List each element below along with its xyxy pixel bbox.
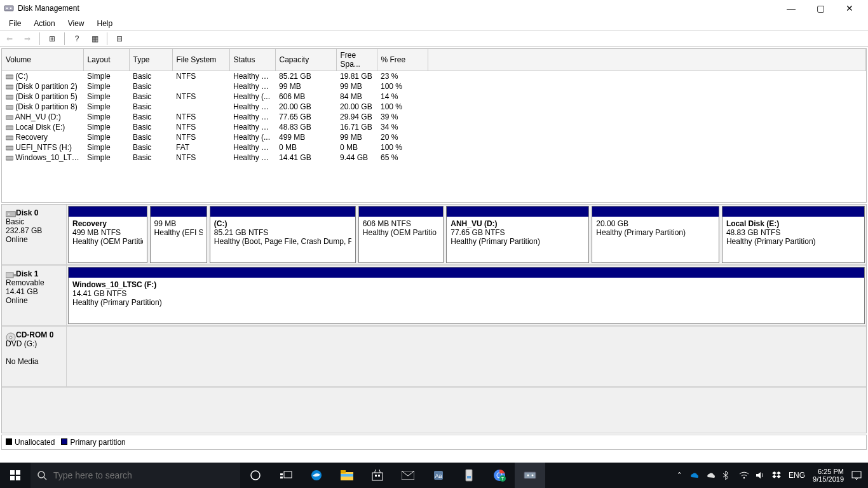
svg-rect-32 <box>372 473 383 480</box>
volume-cell: ANH_VU (D:) <box>2 112 83 122</box>
volume-cell: Healthy (P... <box>229 122 275 132</box>
volume-row[interactable]: Local Disk (E:)SimpleBasicNTFSHealthy (P… <box>2 122 866 132</box>
maximize-button[interactable]: ▢ <box>806 0 835 17</box>
forward-button[interactable]: ⇒ <box>20 32 34 46</box>
partition-box[interactable]: 99 MBHealthy (EFI Sy <box>150 206 207 263</box>
volume-cell: 19.81 GB <box>336 71 377 82</box>
svg-rect-49 <box>852 471 861 478</box>
volume-list[interactable]: VolumeLayoutTypeFile SystemStatusCapacit… <box>1 48 867 203</box>
svg-rect-12 <box>6 212 16 217</box>
volume-cell: Simple <box>83 152 129 163</box>
volume-cell <box>428 71 866 82</box>
volume-cell <box>428 92 866 102</box>
volume-row[interactable]: (Disk 0 partition 2)SimpleBasicHealthy (… <box>2 81 866 92</box>
taskbar-search[interactable] <box>31 463 240 488</box>
menu-view[interactable]: View <box>62 18 91 29</box>
tray-dropbox-icon[interactable] <box>772 471 785 479</box>
partition-box[interactable]: 20.00 GBHealthy (Primary Partition) <box>592 206 719 263</box>
disk-graphical-view[interactable]: Disk 0Basic232.87 GBOnlineRecovery499 MB… <box>1 204 867 433</box>
taskbar-chrome-icon[interactable]: T <box>484 463 515 488</box>
disk-header[interactable]: Disk 0Basic232.87 GBOnline <box>2 205 67 264</box>
taskbar-explorer-icon[interactable] <box>332 463 362 488</box>
partition-box[interactable]: ANH_VU (D:)77.65 GB NTFSHealthy (Primary… <box>446 206 589 263</box>
volume-row[interactable]: (Disk 0 partition 5)SimpleBasicNTFSHealt… <box>2 92 866 102</box>
partition-bar <box>69 268 864 278</box>
disk-header[interactable]: Disk 1Removable14.41 GBOnline <box>2 266 67 325</box>
volume-cell: Healthy (E... <box>229 81 275 92</box>
svg-point-17 <box>10 336 12 339</box>
tray-notifications-icon[interactable] <box>851 471 864 480</box>
close-button[interactable]: ✕ <box>835 0 864 17</box>
toolbar-separator <box>107 32 107 45</box>
toolbar-separator <box>64 32 65 45</box>
partition-bar <box>69 207 147 217</box>
tray-language[interactable]: ENG <box>789 471 805 480</box>
cortana-icon[interactable] <box>240 463 271 488</box>
column-header[interactable]: Status <box>229 49 275 71</box>
volume-row[interactable]: ANH_VU (D:)SimpleBasicNTFSHealthy (P...7… <box>2 112 866 122</box>
svg-rect-5 <box>6 95 13 99</box>
column-header[interactable]: File System <box>172 49 229 71</box>
tray-cloud-icon[interactable] <box>706 472 719 479</box>
column-header[interactable]: Volume <box>2 49 83 71</box>
menu-help[interactable]: Help <box>91 18 119 29</box>
menu-file[interactable]: File <box>3 18 27 29</box>
taskbar-diskmgmt-icon[interactable] <box>515 463 545 488</box>
tray-wifi-icon[interactable] <box>739 471 752 479</box>
partition-box[interactable]: Recovery499 MB NTFSHealthy (OEM Partitio <box>68 206 147 263</box>
back-button[interactable]: ⇐ <box>3 32 17 46</box>
start-button[interactable] <box>0 463 31 488</box>
volume-cell <box>428 112 866 122</box>
svg-rect-21 <box>16 476 20 480</box>
partition-box[interactable]: Windows_10_LTSC (F:)14.41 GB NTFSHealthy… <box>68 267 865 324</box>
taskbar-store-icon[interactable] <box>362 463 393 488</box>
partition-box[interactable]: (C:)85.21 GB NTFSHealthy (Boot, Page Fil… <box>210 206 356 263</box>
system-tray[interactable]: ˄ ENG 6:25 PM 9/15/2019 <box>669 463 868 488</box>
volume-cell: Basic <box>129 92 172 102</box>
volume-cell: Windows_10_LTSC... <box>2 152 83 163</box>
taskbar-mail-icon[interactable] <box>393 463 423 488</box>
menu-action[interactable]: Action <box>27 18 61 29</box>
disk-header[interactable]: CD-ROM 0DVD (G:)No Media <box>2 327 67 386</box>
volume-cell: Healthy (P... <box>229 152 275 163</box>
volume-cell: Recovery <box>2 132 83 142</box>
taskbar-app-icon-1[interactable]: Aa <box>423 463 454 488</box>
tray-bluetooth-icon[interactable] <box>722 471 735 480</box>
tray-volume-icon[interactable] <box>756 471 768 479</box>
volume-cell: Healthy (B... <box>229 71 275 82</box>
column-header[interactable]: Type <box>129 49 172 71</box>
taskbar-edge-icon[interactable] <box>301 463 332 488</box>
settings-button[interactable]: ⊟ <box>112 32 126 46</box>
column-header[interactable]: Capacity <box>275 49 336 71</box>
partition-box[interactable]: 606 MB NTFSHealthy (OEM Partitio <box>358 206 444 263</box>
volume-cell <box>428 152 866 163</box>
help-button[interactable]: ? <box>70 32 84 46</box>
column-header[interactable]: % Free <box>377 49 428 71</box>
volume-cell: Basic <box>129 81 172 92</box>
volume-row[interactable]: RecoverySimpleBasicNTFSHealthy (...499 M… <box>2 132 866 142</box>
volume-cell: 34 % <box>377 122 428 132</box>
partition-box[interactable]: Local Disk (E:)48.83 GB NTFSHealthy (Pri… <box>722 206 865 263</box>
tray-onedrive-icon[interactable] <box>689 472 702 479</box>
volume-cell: NTFS <box>172 92 229 102</box>
volume-row[interactable]: (C:)SimpleBasicNTFSHealthy (B...85.21 GB… <box>2 71 866 82</box>
partition-bar <box>592 207 719 217</box>
partition-bar <box>722 207 864 217</box>
task-view-icon[interactable] <box>271 463 301 488</box>
tray-chevron-icon[interactable]: ˄ <box>673 471 686 480</box>
minimize-button[interactable]: — <box>776 0 806 17</box>
show-hide-tree-button[interactable]: ⊞ <box>45 32 59 46</box>
properties-button[interactable]: ▦ <box>88 32 102 46</box>
volume-cell: Healthy (P... <box>229 142 275 152</box>
volume-row[interactable]: Windows_10_LTSC...SimpleBasicNTFSHealthy… <box>2 152 866 163</box>
column-header[interactable]: Layout <box>83 49 129 71</box>
svg-rect-33 <box>375 475 377 477</box>
svg-text:T: T <box>501 477 505 481</box>
volume-row[interactable]: (Disk 0 partition 8)SimpleBasicHealthy (… <box>2 102 866 112</box>
taskbar-app-icon-2[interactable] <box>454 463 484 488</box>
column-header[interactable]: Free Spa... <box>336 49 377 71</box>
tray-clock[interactable]: 6:25 PM 9/15/2019 <box>809 468 848 483</box>
volume-row[interactable]: UEFI_NTFS (H:)SimpleBasicFATHealthy (P..… <box>2 142 866 152</box>
search-input[interactable] <box>53 470 234 480</box>
volume-cell <box>428 81 866 92</box>
